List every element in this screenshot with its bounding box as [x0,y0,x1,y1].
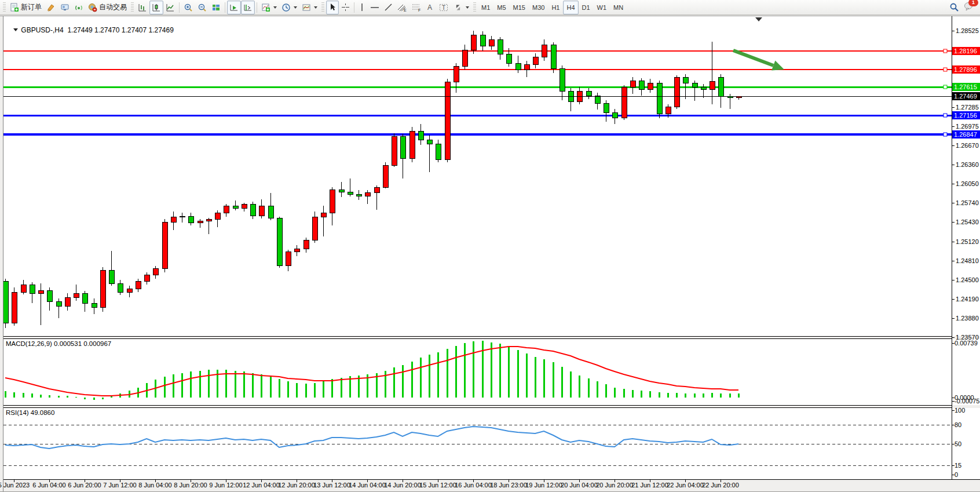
zoom-out-button[interactable] [195,1,209,14]
text-button[interactable]: A [424,1,437,14]
svg-text:1.24810: 1.24810 [956,257,979,264]
svg-text:1.26360: 1.26360 [956,161,979,168]
svg-text:1.24500: 1.24500 [956,276,979,283]
signals-button[interactable] [72,1,86,14]
crosshair-icon [341,3,350,12]
candlestick-chart-button[interactable] [149,1,163,14]
tile-windows-button[interactable] [209,1,223,14]
auto-scroll-icon [229,3,239,12]
periods-icon [281,3,291,12]
indicators-dropdown-arrow[interactable] [273,6,277,9]
horizontal-line-button[interactable] [368,1,382,14]
shapes-button[interactable] [451,1,471,14]
terminal-button[interactable] [58,1,72,14]
cursor-button[interactable] [326,1,339,14]
cursor-icon [328,3,337,12]
toolbar-grip[interactable] [131,2,134,13]
highlighter-button[interactable] [44,1,58,14]
zoom-out-icon [198,3,207,12]
line-chart-button[interactable] [163,1,177,14]
svg-text:80: 80 [955,421,961,428]
svg-text:13 Jun 12:00: 13 Jun 12:00 [313,482,350,489]
channel-button[interactable]: E [395,1,409,14]
time-axis: 5 Jun 20236 Jun 04:006 Jun 20:007 Jun 12… [0,480,739,489]
candlestick-chart-icon [152,3,161,12]
svg-text:1.26975: 1.26975 [956,123,979,130]
line-chart-icon [166,3,175,12]
search-icon[interactable] [949,2,959,12]
svg-text:50: 50 [955,440,961,447]
main-toolbar: 新订单 自动交易 [0,0,980,15]
svg-text:15 Jun 12:00: 15 Jun 12:00 [419,482,456,489]
svg-text:14 Jun 04:00: 14 Jun 04:00 [349,482,386,489]
autotrading-button[interactable]: 自动交易 [86,1,129,14]
svg-text:20 Jun 20:00: 20 Jun 20:00 [596,482,633,489]
timeframe-m30-button[interactable]: M30 [529,1,548,14]
indicators-button[interactable] [259,1,279,14]
toolbar-grip[interactable] [473,2,476,13]
crosshair-button[interactable] [339,1,352,14]
auto-scroll-button[interactable] [227,1,241,14]
svg-text:0: 0 [955,471,958,478]
timeframe-mn-button[interactable]: MN [610,1,627,14]
toolbar-grip[interactable] [321,2,324,13]
fibonacci-icon: F [412,3,422,12]
toolbar-grip[interactable] [3,2,6,13]
templates-dropdown-arrow[interactable] [314,6,317,9]
zoom-in-button[interactable] [181,1,195,14]
price-chart-canvas[interactable]: 1.281961.278961.276151.271561.268471.274… [0,0,980,492]
periods-dropdown-arrow[interactable] [294,6,297,9]
svg-text:6 Jun 04:00: 6 Jun 04:00 [32,482,66,489]
svg-text:14 Jun 20:00: 14 Jun 20:00 [384,482,421,489]
trendline-button[interactable] [382,1,395,14]
timeframe-h4-button[interactable]: H4 [563,1,578,14]
svg-text:12 Jun 04:00: 12 Jun 04:00 [243,482,280,489]
svg-text:0.00739: 0.00739 [955,340,978,347]
notifications-button[interactable]: 1 [964,2,974,13]
trendline-icon [384,3,393,12]
symbol-period-label: GBPUSD-,H4 [21,26,63,34]
svg-text:1.27285: 1.27285 [956,104,979,111]
svg-text:19 Jun 12:00: 19 Jun 12:00 [525,482,562,489]
vertical-line-icon [359,3,365,12]
svg-text:100: 100 [955,407,965,414]
chart-shift-button[interactable] [241,1,255,14]
timeframe-h1-button[interactable]: H1 [548,1,563,14]
tile-windows-icon [211,3,221,12]
timeframe-m15-button[interactable]: M15 [510,1,529,14]
timeframe-d1-button[interactable]: D1 [579,1,594,14]
periods-button[interactable] [279,1,299,14]
new-order-button[interactable]: 新订单 [8,1,44,14]
shapes-dropdown-arrow[interactable] [466,6,469,9]
new-order-label: 新订单 [21,2,42,12]
timeframe-w1-button[interactable]: W1 [594,1,610,14]
svg-text:16 Jun 04:00: 16 Jun 04:00 [455,482,492,489]
text-label-button[interactable]: T [437,1,451,14]
svg-text:F: F [418,8,420,12]
bar-chart-button[interactable] [136,1,149,14]
svg-text:1.25740: 1.25740 [956,199,979,206]
svg-text:8 Jun 20:00: 8 Jun 20:00 [174,482,207,489]
svg-text:21 Jun 12:00: 21 Jun 12:00 [631,482,668,489]
svg-text:7 Jun 12:00: 7 Jun 12:00 [103,482,137,489]
timeframe-m5-button[interactable]: M5 [493,1,509,14]
macd-indicator-header: MACD(12,26,9) 0.000531 0.000967 [6,340,111,347]
notification-badge: 1 [968,0,978,6]
timeframe-m1-button[interactable]: M1 [478,1,493,14]
text-icon: A [426,3,434,12]
vertical-line-button[interactable] [356,1,368,14]
autotrading-icon [88,3,97,12]
svg-text:A: A [427,3,432,12]
horizontal-line-icon [370,3,379,12]
svg-text:15: 15 [955,462,961,469]
templates-icon [302,3,311,12]
svg-text:1.23880: 1.23880 [956,315,979,322]
chart-caret-icon[interactable] [13,28,18,31]
svg-text:1.27156: 1.27156 [954,112,977,119]
zoom-in-icon [184,3,193,12]
templates-button[interactable] [299,1,320,14]
fibonacci-button[interactable]: F [409,1,424,14]
svg-text:T: T [442,5,445,11]
svg-text:1.28525: 1.28525 [956,27,979,34]
chart-title: GBPUSD-,H4 1.27449 1.27470 1.27407 1.274… [6,18,174,42]
